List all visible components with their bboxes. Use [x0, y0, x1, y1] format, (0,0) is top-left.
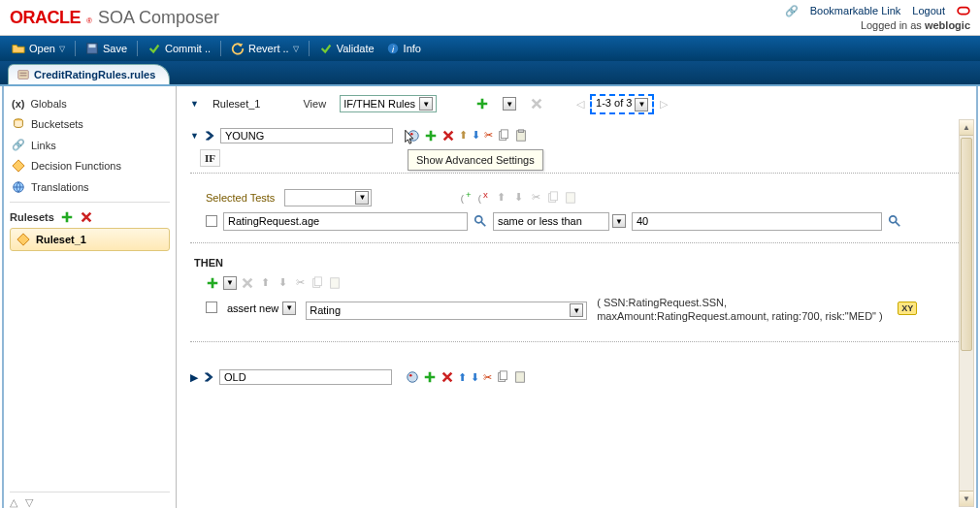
ruleset-icon [16, 233, 30, 246]
wrap-open-icon[interactable]: (+ [459, 191, 473, 205]
bookmark-link[interactable]: Bookmarkable Link [810, 5, 901, 16]
ruleset-label: Ruleset_1 [212, 98, 261, 110]
validate-button[interactable]: Validate [313, 40, 380, 57]
commit-button[interactable]: Commit .. [142, 40, 216, 57]
rule-old: ▶ OLD ⬆ ⬇ ✂ [190, 369, 968, 385]
condition-value-input[interactable]: 40 [632, 212, 882, 231]
copy-icon[interactable] [310, 276, 324, 290]
selected-tests-select[interactable]: ▼ [284, 189, 372, 206]
move-down-icon[interactable]: ⬇ [511, 191, 525, 205]
svg-rect-33 [500, 371, 506, 380]
sidebar-item-decision-functions[interactable]: Decision Functions [10, 155, 170, 176]
move-up-icon[interactable]: △ [10, 496, 17, 508]
rule-flow-icon[interactable] [406, 370, 419, 384]
add-rule-icon[interactable] [475, 97, 489, 111]
paste-icon[interactable] [514, 129, 528, 143]
move-up-icon[interactable]: ⬆ [494, 191, 507, 205]
add-icon[interactable] [423, 370, 437, 384]
add-icon[interactable] [424, 129, 438, 143]
wrap-close-icon[interactable]: (x [476, 191, 490, 205]
condition-field-input[interactable]: RatingRequest.age [223, 212, 468, 231]
scroll-thumb[interactable] [961, 138, 972, 351]
move-down-icon[interactable]: ⬇ [472, 129, 480, 142]
svg-rect-34 [516, 372, 525, 383]
move-down-icon[interactable]: ▽ [25, 496, 33, 508]
scroll-up-icon[interactable]: ▲ [960, 120, 973, 136]
condition-operator-select[interactable]: same or less than [493, 212, 609, 231]
save-icon [85, 42, 99, 55]
copy-icon[interactable] [497, 129, 510, 143]
delete-icon[interactable] [441, 370, 454, 384]
search-icon[interactable] [888, 214, 901, 228]
search-icon[interactable] [474, 214, 487, 228]
add-action-dropdown[interactable]: ▼ [223, 276, 237, 290]
assert-target-select[interactable]: Rating ▼ [306, 302, 587, 320]
links-icon: 🔗 [12, 139, 25, 151]
collapse-rule-icon[interactable]: ▼ [190, 131, 199, 141]
add-ruleset-icon[interactable] [60, 210, 74, 224]
rule-name-input[interactable]: YOUNG [220, 128, 393, 143]
cut-icon[interactable]: ✂ [484, 129, 493, 142]
sidebar-item-label: Translations [31, 181, 89, 193]
save-button[interactable]: Save [80, 40, 133, 57]
move-down-icon[interactable]: ⬇ [471, 371, 479, 384]
view-select[interactable]: IF/THEN Rules ▼ [340, 95, 437, 112]
move-down-icon[interactable]: ⬇ [276, 276, 289, 290]
info-button[interactable]: i Info [380, 40, 427, 57]
move-up-icon[interactable]: ⬆ [258, 276, 272, 290]
add-rule-dropdown[interactable]: ▼ [503, 97, 516, 111]
cut-icon[interactable]: ✂ [529, 191, 542, 205]
paste-icon[interactable] [513, 370, 527, 384]
sidebar-item-translations[interactable]: Translations [10, 176, 170, 198]
pager-next-icon[interactable]: ▷ [660, 98, 668, 111]
svg-point-25 [890, 216, 897, 223]
revert-button[interactable]: Revert .. ▽ [225, 40, 305, 57]
chevron-down-icon[interactable]: ▼ [612, 214, 626, 228]
delete-icon[interactable] [241, 276, 254, 290]
expand-rule-icon[interactable]: ▶ [190, 371, 198, 384]
advanced-settings-toggle-icon[interactable] [203, 129, 216, 143]
open-button[interactable]: Open ▽ [6, 40, 71, 57]
move-up-icon[interactable]: ⬆ [458, 371, 467, 384]
action-checkbox[interactable] [206, 302, 217, 313]
condition-checkbox[interactable] [206, 215, 217, 227]
svg-point-23 [475, 216, 482, 223]
chevron-down-icon: ▼ [419, 97, 433, 111]
sidebar-item-bucketsets[interactable]: Bucketsets [10, 113, 170, 135]
scroll-down-icon[interactable]: ▼ [960, 491, 973, 506]
rule-young: ▼ YOUNG ⬆ ⬇ ✂ Show Advanced Settings I [190, 128, 968, 386]
brand-reg: ® [86, 16, 92, 25]
chevron-down-icon: ▼ [635, 98, 648, 111]
delete-rule-icon[interactable] [530, 97, 543, 111]
svg-point-30 [408, 372, 418, 383]
pager-prev-icon[interactable]: ◁ [576, 98, 584, 111]
sidebar-item-links[interactable]: 🔗 Links [10, 135, 170, 155]
commit-icon [147, 42, 161, 55]
expression-builder-icon[interactable]: XY [898, 302, 917, 315]
copy-icon[interactable] [546, 191, 560, 205]
logout-link[interactable]: Logout [912, 5, 945, 16]
cut-icon[interactable]: ✂ [293, 276, 307, 290]
paste-icon[interactable] [564, 191, 577, 205]
paste-icon[interactable] [328, 276, 342, 290]
svg-rect-22 [567, 192, 575, 203]
rule-name-input[interactable]: OLD [219, 369, 392, 385]
folder-open-icon [12, 42, 25, 55]
chevron-down-icon: ▽ [293, 45, 299, 53]
sidebar-item-globals[interactable]: (x) Globals [10, 94, 170, 113]
move-up-icon[interactable]: ⬆ [459, 129, 468, 142]
delete-ruleset-icon[interactable] [80, 210, 93, 224]
chevron-down-icon: ▼ [570, 303, 583, 317]
advanced-settings-toggle-icon[interactable] [202, 370, 215, 384]
delete-icon[interactable] [441, 129, 455, 143]
cut-icon[interactable]: ✂ [483, 371, 492, 384]
add-action-icon[interactable] [206, 276, 219, 290]
pager-range[interactable]: 1-3 of 3 ▼ [590, 94, 654, 114]
sidebar-ruleset-1[interactable]: Ruleset_1 [10, 228, 170, 251]
collapse-ruleset-icon[interactable]: ▼ [190, 99, 199, 109]
tab-credit-rating-rules[interactable]: CreditRatingRules.rules [8, 64, 170, 84]
tooltip-advanced-settings: Show Advanced Settings [408, 149, 543, 171]
copy-icon[interactable] [496, 370, 509, 384]
assert-new-dropdown[interactable]: ▼ [282, 302, 296, 315]
vertical-scrollbar[interactable]: ▲ ▼ [959, 119, 974, 507]
